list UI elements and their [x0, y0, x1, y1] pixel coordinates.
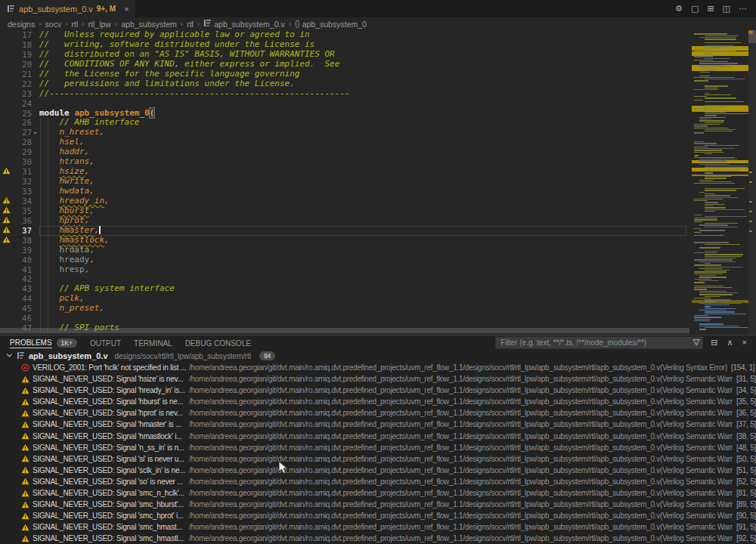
code-line-content[interactable]: pclk, [39, 294, 686, 304]
code-line-content[interactable]: n_preset, [39, 304, 686, 314]
code-line-content[interactable]: hburst, [39, 206, 686, 216]
maximize-panel-icon[interactable]: ∧ [727, 338, 733, 348]
code-line-content[interactable]: hrdata, [39, 246, 686, 255]
problem-row-3[interactable]: SIGNAL_NEVER_USED: Signal 'hburst' is ne… [0, 396, 756, 407]
code-line-content[interactable]: hsize, [39, 167, 686, 177]
split-editor-icon[interactable]: ◫ [723, 4, 730, 14]
collapse-all-icon[interactable]: ⊟ [711, 338, 717, 348]
breadcrumb-item-socv[interactable]: socv [45, 20, 62, 29]
code-line-content[interactable]: //--------------------------------------… [39, 89, 686, 99]
code-line-content[interactable]: hsel, [39, 138, 686, 147]
indent-guide [48, 304, 48, 314]
code-token: , [94, 225, 100, 235]
code-line-content[interactable]: hwdata, [39, 187, 686, 196]
chevron-down-icon[interactable] [6, 351, 13, 360]
tab-apb-subsystem-0[interactable]: apb_subsystem_0.v 9+, M × [0, 0, 136, 17]
breadcrumb-item-apb_subsystem[interactable]: apb_subsystem [121, 20, 177, 29]
problem-message: SIGNAL_NEVER_USED: Signal 'smc_hmastl... [33, 533, 189, 544]
problem-row-10[interactable]: SIGNAL_NEVER_USED: Signal 'so' is never … [0, 476, 756, 487]
minimap-code-line [694, 218, 717, 218]
problem-row-2[interactable]: SIGNAL_NEVER_USED: Signal 'hready_in' is… [0, 385, 756, 396]
overview-ruler-warning-mark [749, 221, 752, 222]
code-line-content[interactable]: hready, [39, 255, 686, 265]
code-line-content[interactable]: htrans, [39, 157, 686, 167]
code-line-27[interactable]: 27▸ n_hreset, [0, 128, 686, 138]
panel-tab-problems[interactable]: PROBLEMS1K+ [10, 335, 77, 350]
problem-location: [52, 5] [736, 476, 756, 487]
panel-tab-terminal[interactable]: TERMINAL [134, 335, 172, 350]
close-panel-icon[interactable]: × [742, 338, 747, 348]
breadcrumb-item-rtl[interactable]: rtl [71, 20, 78, 29]
code-line-content[interactable]: hresp, [39, 265, 686, 275]
code-line-39[interactable]: 39 hrdata, [0, 246, 686, 255]
problem-row-13[interactable]: SIGNAL_NEVER_USED: Signal 'smc_hprot' i.… [0, 510, 756, 521]
more-actions-icon[interactable]: ⋯ [739, 4, 747, 14]
code-line-40[interactable]: 40 hready, [0, 255, 686, 265]
code-line-content[interactable]: n_hreset, [39, 128, 686, 138]
problems-filter-input[interactable] [495, 336, 703, 349]
panel-tab-debug-console[interactable]: DEBUG CONSOLE [185, 335, 251, 350]
code-line-content[interactable]: hmastlock, [39, 236, 686, 246]
code-line-41[interactable]: 41 hresp, [0, 265, 686, 275]
code-line-23[interactable]: 23//------------------------------------… [0, 89, 686, 99]
code-area[interactable]: 17// Unless required by applicable law o… [0, 30, 686, 333]
problem-message: SIGNAL_NEVER_USED: Signal 'so' is never … [33, 476, 189, 487]
problem-location: [51, 5] [736, 465, 756, 476]
code-line-38[interactable]: 38 hmastlock, [0, 236, 686, 246]
code-line-34[interactable]: 34 hready_in, [0, 196, 686, 206]
code-line-35[interactable]: 35 hburst, [0, 206, 686, 216]
code-token: haddr, [60, 147, 90, 156]
problem-row-15[interactable]: SIGNAL_NEVER_USED: Signal 'smc_hmastl...… [0, 533, 756, 544]
problem-row-14[interactable]: SIGNAL_NEVER_USED: Signal 'smc_hmast... … [0, 521, 756, 533]
problem-row-0[interactable]: VERILOG_2001: Port 'hclk' not specified … [0, 362, 756, 373]
problem-row-11[interactable]: SIGNAL_NEVER_USED: Signal 'smc_n_hclk'..… [0, 487, 756, 499]
gear-icon[interactable]: ⚙ [675, 4, 683, 14]
code-line-content[interactable]: // AHB interface [39, 118, 686, 128]
breadcrumb-item-rtl[interactable]: rtl [187, 20, 194, 29]
code-line-content[interactable]: hprot, [39, 216, 686, 226]
problem-row-6[interactable]: SIGNAL_NEVER_USED: Signal 'hmastlock' i.… [0, 431, 756, 442]
code-line-content[interactable]: hready_in, [39, 196, 686, 206]
box-icon[interactable]: ▢ [691, 4, 699, 14]
horizontal-scrollbar[interactable] [0, 328, 689, 333]
code-line-43[interactable]: 43 // APB system interface [0, 284, 686, 294]
code-line-content[interactable]: hmaster, [39, 226, 686, 236]
code-line-45[interactable]: 45 n_preset, [0, 304, 686, 314]
breadcrumb-item-designs[interactable]: designs [8, 20, 35, 29]
problem-row-7[interactable]: SIGNAL_NEVER_USED: Signal 'n_ss_in' is n… [0, 442, 756, 453]
code-line-28[interactable]: 28 hsel, [0, 138, 686, 147]
fold-column [32, 60, 39, 70]
code-line-30[interactable]: 30 htrans, [0, 157, 686, 167]
close-icon[interactable]: × [124, 5, 129, 14]
problem-row-1[interactable]: SIGNAL_NEVER_USED: Signal 'hsize' is nev… [0, 373, 756, 385]
grid-icon[interactable]: ⊞ [707, 4, 714, 14]
code-line-content[interactable]: // APB system interface [39, 284, 686, 294]
code-token: apb_subsystem_0 [74, 108, 149, 118]
breadcrumb-item-apb_subsystem_0[interactable]: {}apb_subsystem_0 [295, 20, 367, 29]
problem-row-4[interactable]: SIGNAL_NEVER_USED: Signal 'hprot' is nev… [0, 407, 756, 419]
problem-row-12[interactable]: SIGNAL_NEVER_USED: Signal 'smc_hburst'..… [0, 499, 756, 510]
code-line-content[interactable] [39, 314, 686, 323]
minimap-code-line [699, 120, 724, 121]
code-line-31[interactable]: 31 hsize, [0, 167, 686, 177]
vertical-scrollbar[interactable] [748, 30, 756, 335]
code-line-29[interactable]: 29 haddr, [0, 147, 686, 157]
fold-column [32, 294, 39, 304]
minimap[interactable] [692, 30, 748, 335]
problems-file-group[interactable]: apb_subsystem_0.v designs/socv/rtl/rtl_l… [0, 350, 756, 362]
minimap-code-line [705, 216, 747, 217]
warning-icon [21, 421, 33, 428]
problem-row-8[interactable]: SIGNAL_NEVER_USED: Signal 'si' is never … [0, 453, 756, 465]
problem-location: [91, 5] [736, 521, 756, 533]
code-line-32[interactable]: 32 hwrite, [0, 177, 686, 187]
code-line-content[interactable]: haddr, [39, 147, 686, 157]
panel-tab-output[interactable]: OUTPUT [90, 335, 121, 350]
minimap-code-line [705, 301, 717, 302]
code-line-36[interactable]: 36 hprot, [0, 216, 686, 226]
problem-row-5[interactable]: SIGNAL_NEVER_USED: Signal 'hmaster' is .… [0, 419, 756, 430]
gutter-space [0, 30, 12, 40]
breadcrumb-item-rtl_lpw[interactable]: rtl_lpw [88, 20, 111, 29]
breadcrumb-item-apb_subsystem_0.v[interactable]: apb_subsystem_0.v [203, 19, 284, 29]
problem-row-9[interactable]: SIGNAL_NEVER_USED: Signal 'sclk_in' is n… [0, 465, 756, 476]
code-line-content[interactable]: hwrite, [39, 177, 686, 187]
